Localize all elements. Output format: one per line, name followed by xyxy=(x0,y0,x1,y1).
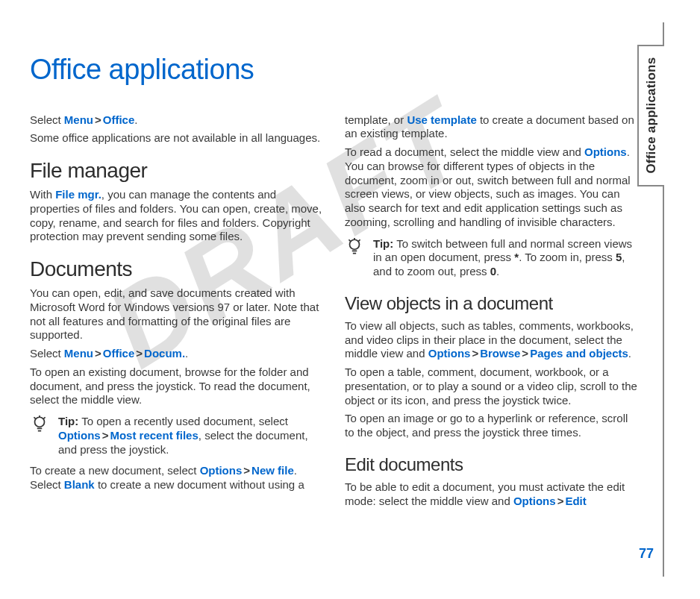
menu-label: Menu xyxy=(64,113,93,126)
view-objects-p3: To open an image or go to a hyperlink or… xyxy=(345,412,640,440)
chevron-right-icon: > xyxy=(520,347,530,360)
documents-select-line: Select Menu>Office>Docum.. xyxy=(30,347,325,361)
view-objects-p2: To open a table, comment, document, work… xyxy=(345,366,640,407)
pages-and-objects-label: Pages and objects xyxy=(530,347,628,360)
documents-p3: To open an existing document, browse for… xyxy=(30,366,325,407)
file-manager-heading: File manager xyxy=(30,157,325,184)
documents-p5: template, or Use template to create a do… xyxy=(345,113,640,142)
file-manager-body: With File mgr., you can manage the conte… xyxy=(30,188,325,244)
view-objects-p1: To view all objects, such as tables, com… xyxy=(345,319,640,361)
blank-label: Blank xyxy=(64,478,95,491)
chevron-right-icon: > xyxy=(556,495,566,507)
tip-label: Tip: xyxy=(373,237,393,250)
left-column: Select Menu>Office. Some office applicat… xyxy=(30,109,325,542)
docum-label: Docum. xyxy=(144,347,185,360)
new-file-label: New file xyxy=(251,464,294,477)
two-column-layout: Select Menu>Office. Some office applicat… xyxy=(30,109,640,542)
side-tab: Office applications xyxy=(637,45,664,186)
right-column: template, or Use template to create a do… xyxy=(345,109,640,542)
chevron-right-icon: > xyxy=(470,347,480,360)
documents-p4: To create a new document, select Options… xyxy=(30,464,325,492)
page-number: 77 xyxy=(639,545,654,562)
intro-note: Some office applications are not availab… xyxy=(30,131,325,145)
intro-select-line: Select Menu>Office. xyxy=(30,113,325,128)
tip-block: Tip: To switch between full and normal s… xyxy=(345,237,640,279)
most-recent-files-label: Most recent files xyxy=(110,429,198,442)
chevron-right-icon: > xyxy=(93,113,103,126)
documents-heading: Documents xyxy=(30,256,325,282)
edit-documents-heading: Edit documents xyxy=(345,454,640,476)
tip-body: Tip: To open a recently used document, s… xyxy=(58,415,325,457)
file-mgr-label: File mgr. xyxy=(55,188,101,201)
edit-documents-p1: To be able to edit a document, you must … xyxy=(345,480,640,509)
office-label: Office xyxy=(103,113,135,126)
svg-point-1 xyxy=(350,239,360,249)
documents-p6: To read a document, select the middle vi… xyxy=(345,145,640,230)
lightbulb-icon xyxy=(345,237,366,279)
view-objects-heading: View objects in a document xyxy=(345,292,640,315)
manual-page: DRAFT Office applications Office applica… xyxy=(22,22,664,577)
side-tab-label: Office applications xyxy=(643,57,659,174)
chevron-right-icon: > xyxy=(101,429,110,442)
lightbulb-icon xyxy=(30,415,51,457)
chevron-right-icon: > xyxy=(242,464,251,477)
use-template-label: Use template xyxy=(407,113,476,126)
chevron-right-icon: > xyxy=(134,347,144,360)
tip-label: Tip: xyxy=(58,415,78,427)
tip-block: Tip: To open a recently used document, s… xyxy=(30,415,325,457)
chevron-right-icon: > xyxy=(93,347,103,360)
svg-point-0 xyxy=(35,417,45,427)
documents-p1: You can open, edit, and save documents c… xyxy=(30,286,325,342)
chapter-title: Office applications xyxy=(30,52,640,88)
tip-body: Tip: To switch between full and normal s… xyxy=(373,237,640,279)
